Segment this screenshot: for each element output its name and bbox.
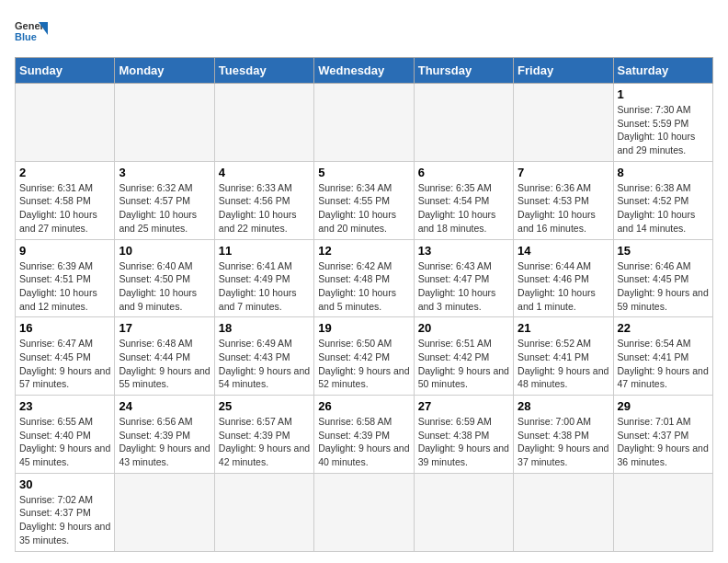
weekday-header-saturday: Saturday	[613, 58, 712, 84]
calendar-cell	[115, 473, 214, 551]
day-number: 8	[618, 166, 709, 179]
calendar-cell: 5Sunrise: 6:34 AM Sunset: 4:55 PM Daylig…	[314, 161, 414, 239]
day-number: 23	[19, 399, 110, 413]
calendar-cell	[613, 473, 712, 551]
svg-text:Blue: Blue	[15, 31, 37, 42]
day-info: Sunrise: 6:47 AM Sunset: 4:45 PM Dayligh…	[19, 337, 110, 391]
day-number: 13	[418, 244, 509, 258]
day-info: Sunrise: 6:55 AM Sunset: 4:40 PM Dayligh…	[19, 415, 110, 469]
calendar-cell: 9Sunrise: 6:39 AM Sunset: 4:51 PM Daylig…	[16, 239, 115, 317]
day-info: Sunrise: 6:59 AM Sunset: 4:38 PM Dayligh…	[418, 415, 509, 469]
day-number: 3	[119, 166, 210, 179]
weekday-header-wednesday: Wednesday	[314, 58, 414, 84]
calendar-cell	[514, 84, 613, 162]
day-number: 9	[19, 244, 110, 258]
day-number: 24	[119, 399, 210, 413]
day-info: Sunrise: 6:39 AM Sunset: 4:51 PM Dayligh…	[19, 259, 110, 314]
day-info: Sunrise: 6:32 AM Sunset: 4:57 PM Dayligh…	[119, 181, 210, 236]
day-number: 11	[219, 244, 310, 258]
calendar-cell: 18Sunrise: 6:49 AM Sunset: 4:43 PM Dayli…	[214, 317, 313, 396]
calendar-cell: 11Sunrise: 6:41 AM Sunset: 4:49 PM Dayli…	[214, 239, 313, 317]
day-info: Sunrise: 6:41 AM Sunset: 4:49 PM Dayligh…	[219, 259, 310, 314]
calendar-cell: 13Sunrise: 6:43 AM Sunset: 4:47 PM Dayli…	[414, 239, 513, 317]
day-info: Sunrise: 6:38 AM Sunset: 4:52 PM Dayligh…	[618, 181, 709, 236]
day-info: Sunrise: 6:56 AM Sunset: 4:39 PM Dayligh…	[119, 415, 210, 469]
day-info: Sunrise: 6:40 AM Sunset: 4:50 PM Dayligh…	[119, 259, 210, 314]
calendar-week-row: 9Sunrise: 6:39 AM Sunset: 4:51 PM Daylig…	[16, 239, 713, 317]
day-info: Sunrise: 6:48 AM Sunset: 4:44 PM Dayligh…	[119, 337, 210, 391]
day-number: 16	[19, 321, 110, 335]
calendar-cell	[214, 84, 313, 162]
day-number: 22	[618, 321, 709, 335]
day-info: Sunrise: 6:44 AM Sunset: 4:46 PM Dayligh…	[518, 259, 609, 314]
calendar-cell: 22Sunrise: 6:54 AM Sunset: 4:41 PM Dayli…	[613, 317, 712, 396]
calendar-cell: 8Sunrise: 6:38 AM Sunset: 4:52 PM Daylig…	[613, 161, 712, 239]
page-header: General Blue	[15, 15, 713, 48]
calendar-cell	[115, 84, 214, 162]
day-number: 17	[119, 321, 210, 335]
calendar-cell: 17Sunrise: 6:48 AM Sunset: 4:44 PM Dayli…	[115, 317, 214, 396]
day-info: Sunrise: 6:54 AM Sunset: 4:41 PM Dayligh…	[618, 337, 709, 391]
calendar-cell: 14Sunrise: 6:44 AM Sunset: 4:46 PM Dayli…	[514, 239, 613, 317]
day-number: 27	[418, 399, 509, 413]
logo: General Blue	[15, 15, 48, 48]
weekday-header-friday: Friday	[514, 58, 613, 84]
day-number: 26	[318, 399, 409, 413]
day-number: 21	[518, 321, 609, 335]
calendar-cell: 12Sunrise: 6:42 AM Sunset: 4:48 PM Dayli…	[314, 239, 414, 317]
calendar-table: SundayMondayTuesdayWednesdayThursdayFrid…	[15, 57, 713, 552]
day-info: Sunrise: 7:02 AM Sunset: 4:37 PM Dayligh…	[19, 493, 110, 547]
day-number: 1	[618, 87, 709, 101]
day-number: 25	[219, 399, 310, 413]
calendar-cell: 24Sunrise: 6:56 AM Sunset: 4:39 PM Dayli…	[115, 396, 214, 474]
day-info: Sunrise: 6:36 AM Sunset: 4:53 PM Dayligh…	[518, 181, 609, 236]
day-number: 7	[518, 166, 609, 179]
day-number: 18	[219, 321, 310, 335]
calendar-cell: 20Sunrise: 6:51 AM Sunset: 4:42 PM Dayli…	[414, 317, 513, 396]
calendar-cell: 26Sunrise: 6:58 AM Sunset: 4:39 PM Dayli…	[314, 396, 414, 474]
weekday-header-thursday: Thursday	[414, 58, 513, 84]
day-info: Sunrise: 7:01 AM Sunset: 4:37 PM Dayligh…	[618, 415, 709, 469]
day-number: 30	[19, 477, 110, 491]
calendar-cell: 25Sunrise: 6:57 AM Sunset: 4:39 PM Dayli…	[214, 396, 313, 474]
day-number: 4	[219, 166, 310, 179]
generalblue-logo-icon: General Blue	[15, 15, 48, 48]
day-number: 5	[318, 166, 409, 179]
day-info: Sunrise: 6:42 AM Sunset: 4:48 PM Dayligh…	[318, 259, 409, 314]
calendar-week-row: 1Sunrise: 7:30 AM Sunset: 5:59 PM Daylig…	[16, 84, 713, 162]
day-number: 15	[618, 244, 709, 258]
calendar-cell	[414, 84, 513, 162]
day-number: 2	[19, 166, 110, 179]
calendar-cell: 27Sunrise: 6:59 AM Sunset: 4:38 PM Dayli…	[414, 396, 513, 474]
day-info: Sunrise: 6:35 AM Sunset: 4:54 PM Dayligh…	[418, 181, 509, 236]
day-number: 19	[318, 321, 409, 335]
calendar-week-row: 23Sunrise: 6:55 AM Sunset: 4:40 PM Dayli…	[16, 396, 713, 474]
day-info: Sunrise: 6:46 AM Sunset: 4:45 PM Dayligh…	[618, 259, 709, 314]
day-info: Sunrise: 7:30 AM Sunset: 5:59 PM Dayligh…	[618, 103, 709, 157]
calendar-cell: 10Sunrise: 6:40 AM Sunset: 4:50 PM Dayli…	[115, 239, 214, 317]
day-info: Sunrise: 6:58 AM Sunset: 4:39 PM Dayligh…	[318, 415, 409, 469]
calendar-cell: 6Sunrise: 6:35 AM Sunset: 4:54 PM Daylig…	[414, 161, 513, 239]
calendar-cell: 30Sunrise: 7:02 AM Sunset: 4:37 PM Dayli…	[16, 473, 115, 551]
day-number: 28	[518, 399, 609, 413]
calendar-cell	[214, 473, 313, 551]
calendar-cell	[314, 473, 414, 551]
day-number: 29	[618, 399, 709, 413]
calendar-cell	[414, 473, 513, 551]
calendar-cell: 16Sunrise: 6:47 AM Sunset: 4:45 PM Dayli…	[16, 317, 115, 396]
calendar-cell: 29Sunrise: 7:01 AM Sunset: 4:37 PM Dayli…	[613, 396, 712, 474]
day-info: Sunrise: 6:51 AM Sunset: 4:42 PM Dayligh…	[418, 337, 509, 391]
calendar-cell: 28Sunrise: 7:00 AM Sunset: 4:38 PM Dayli…	[514, 396, 613, 474]
calendar-cell: 1Sunrise: 7:30 AM Sunset: 5:59 PM Daylig…	[613, 84, 712, 162]
day-number: 14	[518, 244, 609, 258]
calendar-cell: 23Sunrise: 6:55 AM Sunset: 4:40 PM Dayli…	[16, 396, 115, 474]
calendar-cell: 21Sunrise: 6:52 AM Sunset: 4:41 PM Dayli…	[514, 317, 613, 396]
calendar-week-row: 2Sunrise: 6:31 AM Sunset: 4:58 PM Daylig…	[16, 161, 713, 239]
weekday-header-tuesday: Tuesday	[214, 58, 313, 84]
day-info: Sunrise: 6:52 AM Sunset: 4:41 PM Dayligh…	[518, 337, 609, 391]
calendar-cell: 2Sunrise: 6:31 AM Sunset: 4:58 PM Daylig…	[16, 161, 115, 239]
day-info: Sunrise: 6:33 AM Sunset: 4:56 PM Dayligh…	[219, 181, 310, 236]
calendar-header: SundayMondayTuesdayWednesdayThursdayFrid…	[16, 58, 713, 84]
day-info: Sunrise: 6:49 AM Sunset: 4:43 PM Dayligh…	[219, 337, 310, 391]
day-number: 6	[418, 166, 509, 179]
